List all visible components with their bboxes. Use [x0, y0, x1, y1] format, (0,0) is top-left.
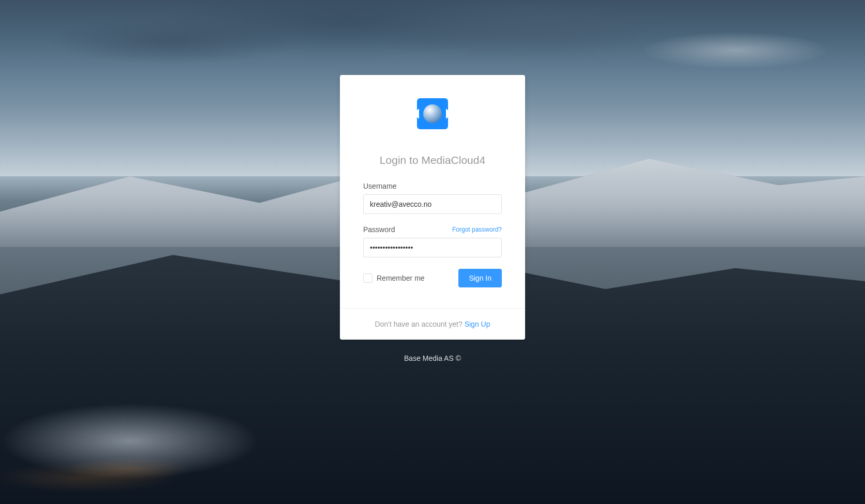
app-logo-icon [417, 98, 448, 129]
remember-me-label[interactable]: Remember me [377, 274, 425, 282]
signup-prompt: Don't have an account yet? [375, 320, 465, 328]
login-title: Login to MediaCloud4 [363, 154, 502, 166]
remember-me-checkbox[interactable] [363, 273, 372, 283]
logo-container [363, 98, 502, 129]
signup-footer: Don't have an account yet? Sign Up [340, 308, 525, 340]
username-label: Username [363, 182, 502, 190]
signup-link[interactable]: Sign Up [465, 320, 490, 328]
login-card: Login to MediaCloud4 Username Password F… [340, 75, 525, 340]
password-label: Password [363, 225, 395, 234]
username-input[interactable] [363, 194, 502, 214]
password-input[interactable] [363, 238, 502, 257]
forgot-password-link[interactable]: Forgot password? [452, 226, 502, 233]
page-footer: Base Media AS © [404, 354, 461, 362]
signin-button[interactable]: Sign In [458, 269, 502, 287]
